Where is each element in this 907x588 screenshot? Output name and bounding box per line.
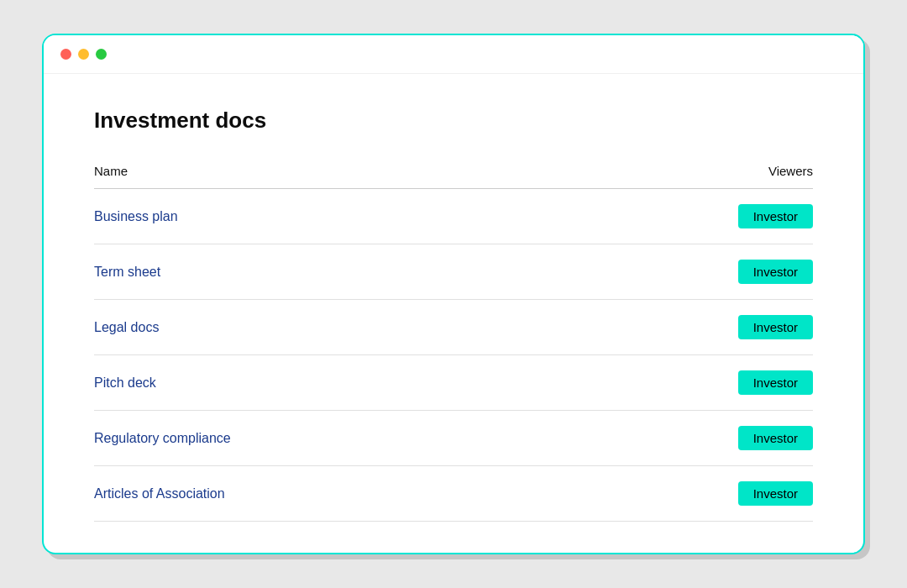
doc-name[interactable]: Regulatory compliance [94, 411, 558, 466]
traffic-light-yellow[interactable] [78, 49, 89, 60]
column-header-name: Name [94, 164, 558, 189]
viewers-cell: Investor [558, 355, 813, 411]
investor-badge[interactable]: Investor [738, 481, 813, 506]
doc-name[interactable]: Term sheet [94, 244, 558, 300]
browser-titlebar [44, 35, 863, 74]
browser-window: Investment docs Name Viewers Business pl… [42, 34, 865, 554]
table-row[interactable]: Regulatory complianceInvestor [94, 411, 813, 466]
doc-name[interactable]: Business plan [94, 189, 558, 244]
table-row[interactable]: Articles of AssociationInvestor [94, 466, 813, 522]
documents-table: Name Viewers Business planInvestorTerm s… [94, 164, 813, 522]
viewers-cell: Investor [558, 411, 813, 466]
table-row[interactable]: Term sheetInvestor [94, 244, 813, 300]
table-row[interactable]: Business planInvestor [94, 189, 813, 244]
investor-badge[interactable]: Investor [738, 315, 813, 339]
viewers-cell: Investor [558, 189, 813, 244]
table-row[interactable]: Legal docsInvestor [94, 300, 813, 355]
investor-badge[interactable]: Investor [738, 260, 813, 284]
doc-name[interactable]: Articles of Association [94, 466, 558, 522]
table-row[interactable]: Pitch deckInvestor [94, 355, 813, 411]
doc-name[interactable]: Legal docs [94, 300, 558, 355]
investor-badge[interactable]: Investor [738, 370, 813, 395]
browser-content: Investment docs Name Viewers Business pl… [44, 74, 863, 553]
viewers-cell: Investor [558, 466, 813, 522]
investor-badge[interactable]: Investor [738, 204, 813, 228]
viewers-cell: Investor [558, 300, 813, 355]
page-title: Investment docs [94, 108, 813, 134]
column-header-viewers: Viewers [558, 164, 813, 189]
viewers-cell: Investor [558, 244, 813, 300]
traffic-light-green[interactable] [96, 49, 107, 60]
traffic-light-red[interactable] [60, 49, 71, 60]
doc-name[interactable]: Pitch deck [94, 355, 558, 411]
investor-badge[interactable]: Investor [738, 426, 813, 450]
